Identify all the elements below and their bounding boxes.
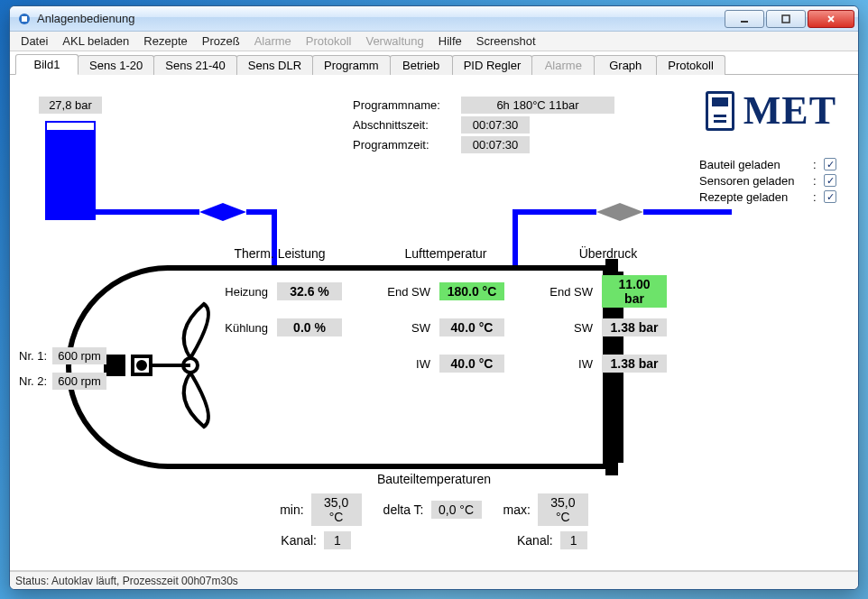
status-sensoren-checkbox[interactable]: ✓ bbox=[824, 174, 836, 187]
druck-iw-label: IW bbox=[549, 357, 593, 371]
window-buttons bbox=[725, 10, 856, 28]
menu-rezepte[interactable]: Rezepte bbox=[136, 32, 194, 50]
druck-title: Überdruck bbox=[579, 246, 638, 261]
bauteil-kanal-min-value: 1 bbox=[324, 531, 351, 549]
svg-rect-3 bbox=[782, 15, 790, 23]
program-info: Programmname: 6h 180°C 11bar Abschnittsz… bbox=[353, 95, 614, 154]
status-bauteil-checkbox[interactable]: ✓ bbox=[824, 158, 836, 170]
section-time-label: Abschnittszeit: bbox=[353, 118, 461, 132]
menu-prozess[interactable]: Prozeß bbox=[195, 32, 247, 50]
bauteil-min-value: 35,0 °C bbox=[311, 493, 362, 526]
rpm-1-value: 600 rpm bbox=[52, 347, 106, 364]
svg-rect-2 bbox=[741, 21, 748, 23]
bauteil-title: Bauteiltemperaturen bbox=[10, 472, 858, 486]
therm-title: Therm. Leistung bbox=[234, 246, 325, 261]
kuehlung-value: 0.0 % bbox=[277, 318, 342, 336]
luft-end-sw-value: 180.0 °C bbox=[439, 282, 504, 300]
statusbar-text: Status: Autoklav läuft, Prozesszeit 00h0… bbox=[15, 575, 238, 587]
bauteil-delta-label: delta T: bbox=[383, 502, 424, 517]
bauteil-max-label: max: bbox=[503, 502, 531, 517]
luft-end-sw-label: End SW bbox=[387, 285, 430, 299]
druck-column: Überdruck End SW 11.00 bar SW 1.38 bar I… bbox=[549, 246, 667, 382]
maximize-button[interactable] bbox=[766, 10, 806, 28]
brand-icon bbox=[706, 91, 734, 131]
druck-sw-label: SW bbox=[549, 321, 593, 335]
brand-text: MET bbox=[743, 88, 836, 134]
bauteil-temperaturen: Bauteiltemperaturen min: 35,0 °C delta T… bbox=[10, 472, 858, 549]
kuehlung-label: Kühlung bbox=[217, 321, 268, 335]
heizung-value: 32.6 % bbox=[277, 282, 342, 300]
druck-end-sw-label: End SW bbox=[549, 285, 593, 299]
bauteil-kanal-max-value: 1 bbox=[560, 531, 587, 549]
program-name-label: Programmname: bbox=[353, 98, 461, 112]
tab-sens-dlr[interactable]: Sens DLR bbox=[236, 55, 313, 75]
app-icon bbox=[17, 12, 32, 26]
druck-sw-value: 1.38 bar bbox=[602, 318, 667, 336]
close-button[interactable] bbox=[808, 10, 854, 28]
luft-iw-value: 40.0 °C bbox=[439, 355, 504, 373]
tab-betrieb[interactable]: Betrieb bbox=[390, 55, 453, 75]
app-window: Anlagenbedienung Datei AKL beladen Rezep… bbox=[9, 5, 859, 590]
rpm-2-value: 600 rpm bbox=[52, 373, 106, 390]
rpm-2-row: Nr. 2: 600 rpm bbox=[19, 373, 106, 390]
status-sensoren-label: Sensoren geladen bbox=[699, 174, 808, 188]
rpm-2-label: Nr. 2: bbox=[19, 374, 47, 388]
luft-title: Lufttemperatur bbox=[404, 246, 486, 261]
svg-point-8 bbox=[138, 362, 145, 369]
tab-bild1[interactable]: Bild1 bbox=[15, 54, 78, 75]
tab-sens-21-40[interactable]: Sens 21-40 bbox=[153, 55, 237, 75]
tab-alarme: Alarme bbox=[531, 55, 595, 75]
svg-rect-6 bbox=[106, 356, 124, 374]
section-time-value: 00:07:30 bbox=[461, 116, 530, 134]
tabstrip: Bild1 Sens 1-20 Sens 21-40 Sens DLR Prog… bbox=[10, 51, 858, 75]
therm-column: Therm. Leistung Heizung 32.6 % Kühlung 0… bbox=[217, 246, 342, 346]
luft-iw-label: IW bbox=[387, 357, 430, 371]
minimize-button[interactable] bbox=[725, 10, 764, 28]
rpm-1-row: Nr. 1: 600 rpm bbox=[19, 347, 106, 364]
menu-protokoll: Protokoll bbox=[299, 32, 359, 50]
luft-sw-value: 40.0 °C bbox=[439, 318, 504, 336]
menu-screenshot[interactable]: Screenshot bbox=[469, 32, 543, 50]
menubar: Datei AKL beladen Rezepte Prozeß Alarme … bbox=[10, 32, 858, 51]
vessel-readouts: Therm. Leistung Heizung 32.6 % Kühlung 0… bbox=[217, 246, 667, 382]
tab-pid-regler[interactable]: PID Regler bbox=[452, 55, 533, 75]
rpm-1-label: Nr. 1: bbox=[19, 349, 47, 363]
luft-sw-label: SW bbox=[387, 321, 430, 335]
content-area: MET Bauteil geladen : ✓ Sensoren geladen… bbox=[10, 75, 858, 571]
program-time-label: Programmzeit: bbox=[353, 138, 461, 152]
menu-akl-beladen[interactable]: AKL beladen bbox=[55, 32, 136, 50]
window-title: Anlagenbedienung bbox=[37, 12, 725, 25]
bauteil-kanal-min-label: Kanal: bbox=[281, 533, 317, 548]
menu-verwaltung: Verwaltung bbox=[358, 32, 430, 50]
bauteil-min-label: min: bbox=[280, 502, 303, 517]
bauteil-kanal-max-label: Kanal: bbox=[517, 533, 553, 548]
tank-pressure-value: 27,8 bar bbox=[39, 97, 102, 114]
program-time-value: 00:07:30 bbox=[461, 136, 530, 153]
svg-rect-1 bbox=[22, 16, 27, 22]
bauteil-delta-value: 0,0 °C bbox=[431, 501, 482, 519]
druck-iw-value: 1.38 bar bbox=[602, 355, 667, 373]
bauteil-max-value: 35,0 °C bbox=[538, 493, 588, 526]
tab-graph[interactable]: Graph bbox=[594, 55, 657, 75]
menu-datei[interactable]: Datei bbox=[14, 32, 55, 50]
program-name-value: 6h 180°C 11bar bbox=[461, 97, 614, 114]
luft-column: Lufttemperatur End SW 180.0 °C SW 40.0 °… bbox=[387, 246, 504, 382]
brand-logo: MET bbox=[706, 88, 836, 134]
titlebar: Anlagenbedienung bbox=[10, 6, 858, 32]
druck-end-sw-value: 11.00 bar bbox=[602, 275, 667, 308]
menu-hilfe[interactable]: Hilfe bbox=[431, 32, 469, 50]
heizung-label: Heizung bbox=[217, 285, 268, 299]
tab-sens-1-20[interactable]: Sens 1-20 bbox=[78, 55, 154, 75]
status-bauteil-label: Bauteil geladen bbox=[699, 158, 808, 171]
tab-protokoll[interactable]: Protokoll bbox=[656, 55, 725, 75]
statusbar: Status: Autoklav läuft, Prozesszeit 00h0… bbox=[10, 571, 858, 589]
tab-programm[interactable]: Programm bbox=[312, 55, 391, 75]
menu-alarme: Alarme bbox=[247, 32, 299, 50]
